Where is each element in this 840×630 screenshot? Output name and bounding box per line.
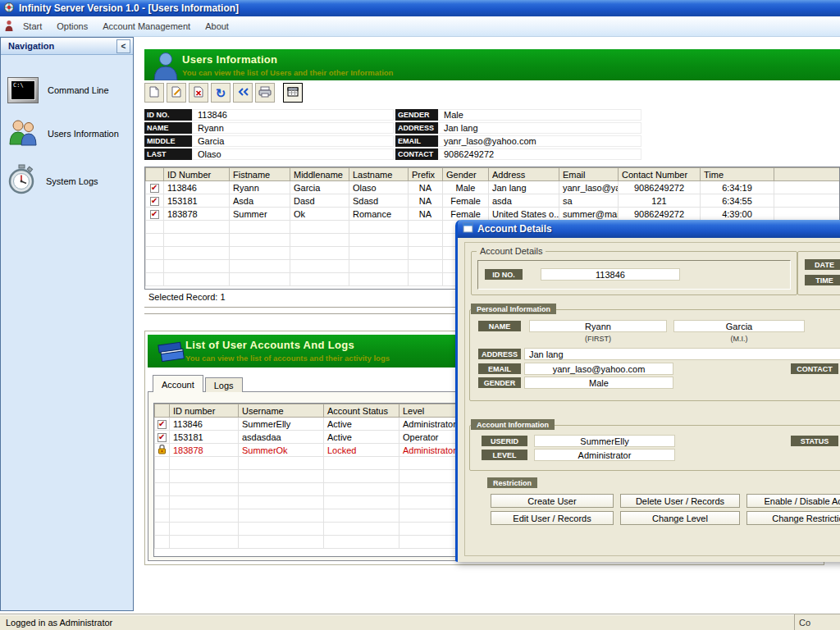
menu-options[interactable]: Options — [49, 18, 95, 34]
email-field[interactable]: yanr_laso@yahoo.com — [438, 135, 641, 147]
sidebar-item-system-logs[interactable]: System Logs — [1, 157, 133, 205]
checked-icon[interactable] — [150, 197, 159, 206]
date-time-group: DATE TIME — [797, 251, 840, 295]
delete-user-records-button[interactable]: Delete User / Records — [620, 494, 740, 508]
users-section-header: Users Information You can view the list … — [144, 49, 840, 80]
col-contact-number[interactable]: Contact Number — [619, 168, 701, 181]
mi-caption: (M.I.) — [673, 335, 805, 343]
col-email[interactable]: Email — [559, 168, 619, 181]
contact-field[interactable]: 9086249272 — [438, 148, 641, 160]
edit-record-button[interactable] — [167, 83, 186, 103]
account-details-group: Account Details ID NO. 113846 — [471, 251, 797, 295]
field-label: LAST — [144, 148, 192, 160]
level-field[interactable]: Administrator — [534, 449, 675, 461]
tab-logs[interactable]: Logs — [205, 377, 243, 392]
edit-user-records-button[interactable]: Edit User / Records — [491, 511, 614, 525]
status-text: Logged in as Administrator — [6, 618, 112, 628]
sidebar-collapse-button[interactable]: < — [116, 39, 130, 53]
sidebar-item-label: Command Line — [48, 85, 109, 95]
col-time[interactable]: Time — [701, 168, 774, 181]
date-label: DATE — [805, 259, 840, 270]
address-field[interactable]: Jan lang — [524, 348, 840, 360]
personal-info-header: Personal Information — [471, 304, 556, 314]
gender-field[interactable]: Male — [438, 109, 641, 121]
refresh-icon: ↻ — [216, 87, 226, 99]
name-field[interactable]: Ryann — [192, 122, 394, 134]
checked-icon[interactable] — [158, 420, 167, 429]
menu-account-management[interactable]: Account Management — [95, 18, 198, 34]
table-row[interactable]: 113846 SummerElly Active Administrator — [155, 418, 472, 431]
sidebar-item-label: Users Information — [48, 129, 119, 139]
col-middlename[interactable]: Middlename — [290, 168, 349, 181]
col-id-number[interactable]: ID Number — [164, 168, 230, 181]
user-form-left: ID NO.113846 NAMERyann MIDDLEGarcia LAST… — [144, 109, 394, 162]
email-field[interactable]: yanr_laso@yahoo.com — [524, 363, 673, 375]
table-row[interactable]: 183878 Summer Ok Romance NA Female Unite… — [146, 208, 840, 221]
grid-view-button[interactable] — [283, 83, 303, 103]
menu-about[interactable]: About — [198, 18, 236, 34]
checked-icon[interactable] — [150, 184, 159, 193]
col-id-number[interactable]: ID number — [170, 404, 239, 418]
col-lastname[interactable]: Lastname — [349, 168, 409, 181]
empty-row — [155, 523, 472, 536]
id-no-field[interactable]: 113846 — [192, 109, 394, 121]
contact-label: CONTACT — [791, 363, 838, 374]
userid-field[interactable]: SummerElly — [534, 435, 675, 447]
edit-record-icon — [171, 86, 182, 100]
app-icon — [3, 2, 15, 16]
print-button[interactable] — [255, 83, 275, 103]
address-label: ADDRESS — [478, 349, 521, 359]
enable-disable-account-button[interactable]: Enable / Disable Accou — [746, 494, 840, 508]
cell: NA — [409, 194, 443, 208]
accounts-tabs: Account Logs — [153, 375, 243, 392]
middle-field[interactable]: Garcia — [192, 135, 394, 147]
col-fistname[interactable]: Fistname — [230, 168, 290, 181]
menu-start[interactable]: Start — [16, 18, 49, 34]
users-table-header: ID Number Fistname Middlename Lastname P… — [146, 168, 840, 181]
create-user-button[interactable]: Create User — [491, 494, 614, 508]
cell: 153181 — [170, 431, 239, 444]
id-no-field[interactable]: 113846 — [541, 268, 680, 281]
cell: Dasd — [290, 194, 349, 208]
col-address[interactable]: Address — [489, 168, 559, 181]
dialog-body: Account Details ID NO. 113846 DATE TIME … — [458, 238, 840, 562]
new-record-button[interactable] — [144, 83, 164, 103]
lock-icon — [158, 446, 167, 456]
dialog-titlebar[interactable]: Account Details — [458, 220, 840, 238]
address-field[interactable]: Jan lang — [438, 122, 641, 134]
first-name-field[interactable]: Ryann — [529, 320, 667, 332]
navigate-button[interactable] — [233, 83, 253, 103]
delete-record-button[interactable] — [189, 83, 208, 103]
first-caption: (FIRST) — [529, 335, 667, 343]
col-prefix[interactable]: Prefix — [409, 168, 443, 181]
cell: Asda — [230, 194, 290, 208]
table-row[interactable]: 153181 Asda Dasd Sdasd NA Female asda sa… — [146, 194, 840, 208]
table-row[interactable]: 153181 asdasdaa Active Operator — [155, 431, 472, 444]
cell: Locked — [324, 444, 399, 457]
change-level-button[interactable]: Change Level — [620, 511, 740, 525]
print-icon — [258, 86, 272, 100]
tab-account[interactable]: Account — [153, 375, 203, 392]
empty-row — [155, 483, 472, 496]
sidebar-item-users-information[interactable]: Users Information — [1, 111, 133, 157]
gender-field[interactable]: Male — [524, 377, 673, 389]
account-info-header: Account Information — [471, 419, 555, 430]
table-row-locked[interactable]: 183878 SummerOk Locked Administrator — [155, 444, 472, 457]
cell: Olaso — [349, 181, 409, 194]
col-gender[interactable]: Gender — [443, 168, 489, 181]
cell: Active — [324, 431, 399, 444]
empty-row — [155, 509, 472, 523]
cell: Sdasd — [349, 194, 409, 208]
checked-icon[interactable] — [150, 210, 159, 219]
checked-icon[interactable] — [158, 433, 167, 442]
cell: NA — [409, 208, 443, 221]
accounts-table: ID number Username Account Status Level … — [154, 404, 472, 549]
col-username[interactable]: Username — [239, 404, 324, 418]
last-field[interactable]: Olaso — [192, 148, 394, 160]
change-restriction-button[interactable]: Change Restriction — [746, 511, 840, 525]
sidebar-item-command-line[interactable]: Command Line — [1, 70, 133, 111]
table-row[interactable]: 113846 Ryann Garcia Olaso NA Male Jan la… — [146, 181, 840, 194]
middle-initial-field[interactable]: Garcia — [673, 320, 805, 332]
col-account-status[interactable]: Account Status — [324, 404, 399, 418]
refresh-button[interactable]: ↻ — [211, 83, 231, 103]
